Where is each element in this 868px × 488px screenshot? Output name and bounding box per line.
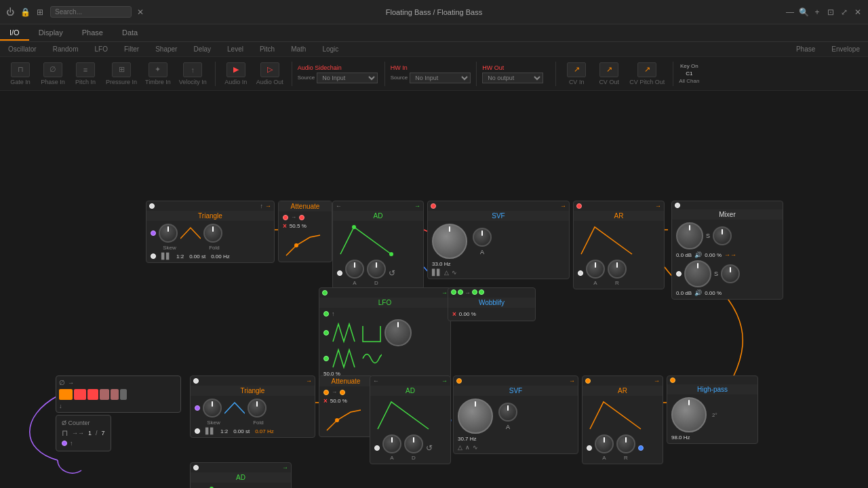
io-pitch-in[interactable]: ≡ Pitch In xyxy=(71,61,100,87)
close-window-icon[interactable]: ✕ xyxy=(853,7,863,17)
io-velocity-in[interactable]: ↑ Velocity In xyxy=(176,61,210,87)
io-timbre-in[interactable]: ✦ Timbre In xyxy=(142,61,174,87)
phi-counter-port1[interactable] xyxy=(62,441,67,446)
highpass-freq-knob[interactable] xyxy=(671,397,707,432)
ar2-blue-port[interactable] xyxy=(638,445,644,451)
subtab-shaper[interactable]: Shaper xyxy=(147,44,185,54)
ad1-loop-icon[interactable]: ↺ xyxy=(389,268,395,278)
att2-out-port[interactable] xyxy=(340,390,345,395)
lfo-port3[interactable] xyxy=(323,356,329,361)
triangle2-purple-port[interactable] xyxy=(195,405,200,411)
triangle2-skew-knob[interactable] xyxy=(203,399,222,418)
power-icon[interactable]: ⏻ xyxy=(5,7,15,17)
phi-block-gray[interactable] xyxy=(120,389,127,400)
expand-icon[interactable]: ⤢ xyxy=(840,7,849,17)
subtab-delay[interactable]: Delay xyxy=(185,44,219,54)
svf2-in-port[interactable] xyxy=(456,378,462,384)
subtab-envelope[interactable]: Phase xyxy=(788,44,823,54)
triangle1-skew-knob[interactable] xyxy=(159,224,178,243)
close-search-icon[interactable]: ✕ xyxy=(137,7,144,17)
minimize-icon[interactable]: — xyxy=(785,7,795,17)
wobblify-in1[interactable] xyxy=(451,289,456,295)
grid-icon[interactable]: ⊞ xyxy=(35,7,45,17)
search-toggle-icon[interactable]: 🔍 xyxy=(799,7,808,17)
ad3-in-port[interactable] xyxy=(193,465,199,470)
phi-block-red2[interactable] xyxy=(87,389,98,400)
mixer1-level2-knob[interactable] xyxy=(684,260,711,287)
search-input[interactable] xyxy=(50,6,132,18)
io-gate-in[interactable]: ⊓ Gate In xyxy=(5,61,35,87)
svf1-freq-knob[interactable] xyxy=(432,224,467,259)
subtab-lfo[interactable]: LFO xyxy=(87,44,116,54)
lock-icon[interactable]: 🔒 xyxy=(20,7,30,17)
tab-display[interactable]: Display xyxy=(29,26,73,41)
wobblify-out1[interactable] xyxy=(472,289,477,295)
mixer1-level1-knob[interactable] xyxy=(676,222,703,249)
io-cv-pitch-out[interactable]: ↗ CV Pitch Out xyxy=(627,61,667,87)
att1-handle[interactable] xyxy=(294,243,298,247)
phi-block-red1[interactable] xyxy=(74,389,86,400)
io-audio-out[interactable]: ▷ Audio Out xyxy=(254,61,286,87)
att2-in-port[interactable] xyxy=(323,390,329,395)
ar1-in-port[interactable] xyxy=(576,203,582,209)
lfo-port1[interactable] xyxy=(323,311,329,317)
ad2-decay-knob[interactable] xyxy=(404,434,423,453)
ar2-in-port[interactable] xyxy=(585,378,591,384)
ar2-white-port[interactable] xyxy=(587,445,592,451)
ad1-decay-knob[interactable] xyxy=(367,260,386,279)
highpass-in-port[interactable] xyxy=(670,378,675,383)
ar2-release-knob[interactable] xyxy=(616,434,635,453)
ad1-decay-handle[interactable] xyxy=(389,252,393,256)
svf1-res-knob[interactable] xyxy=(473,228,492,247)
tab-io[interactable]: I/O xyxy=(0,26,29,41)
triangle1-in-port[interactable] xyxy=(149,203,155,209)
subtab-random[interactable]: Random xyxy=(45,44,87,54)
tab-data[interactable]: Data xyxy=(113,26,147,41)
tab-phase[interactable]: Phase xyxy=(73,26,113,41)
wobblify-in2[interactable] xyxy=(458,289,463,295)
att1-out-port[interactable] xyxy=(299,215,304,220)
svf2-freq-knob[interactable] xyxy=(458,399,493,434)
ar1-white-port[interactable] xyxy=(578,270,583,276)
phi-block-brown1[interactable] xyxy=(100,389,109,400)
phi-block-brown2[interactable] xyxy=(111,389,119,400)
phi-block-orange[interactable] xyxy=(59,389,73,400)
lfo-port2[interactable] xyxy=(323,330,329,336)
io-audio-in[interactable]: ▶ Audio In xyxy=(221,61,251,87)
io-cv-out[interactable]: ↗ CV Out xyxy=(594,61,624,87)
ar1-release-knob[interactable] xyxy=(608,260,627,279)
mixer1-in-port[interactable] xyxy=(675,203,680,208)
ad1-white-port[interactable] xyxy=(337,270,342,276)
svf2-res-knob[interactable] xyxy=(498,403,517,422)
subtab-oscillator[interactable]: Oscillator xyxy=(0,44,45,54)
triangle2-in-port[interactable] xyxy=(193,378,199,384)
io-pressure-in[interactable]: ⊞ Pressure In xyxy=(103,61,140,87)
svf1-in-port[interactable] xyxy=(431,203,436,209)
lfo-in-port[interactable] xyxy=(322,290,328,296)
lfo-rate-knob[interactable] xyxy=(384,319,412,346)
ad2-attack-knob[interactable] xyxy=(382,434,401,453)
io-phase-in[interactable]: ∅ Phase In xyxy=(38,61,68,87)
subtab-pitch[interactable]: Pitch xyxy=(252,44,283,54)
subtab-level[interactable]: Level xyxy=(219,44,252,54)
att2-handle[interactable] xyxy=(335,418,339,422)
triangle2-white-port[interactable] xyxy=(195,428,200,434)
mixer1-pan2-knob[interactable] xyxy=(721,264,740,283)
ad2-white-port[interactable] xyxy=(374,445,380,451)
triangle2-fold-knob[interactable] xyxy=(248,399,267,418)
audio-sidechain-select[interactable]: No Input xyxy=(317,73,378,83)
ad2-loop-icon[interactable]: ↺ xyxy=(426,443,433,453)
triangle1-purple-port[interactable] xyxy=(151,230,156,236)
hw-out-select[interactable]: No output xyxy=(482,73,543,83)
triangle1-white-port[interactable] xyxy=(151,253,156,259)
ar1-attack-knob[interactable] xyxy=(586,260,605,279)
mixer1-in2-port[interactable] xyxy=(676,271,682,277)
window-icon[interactable]: ⊡ xyxy=(826,7,835,17)
wobblify-out2[interactable] xyxy=(479,289,484,295)
ad1-attack-handle[interactable] xyxy=(352,225,356,229)
subtab-logic[interactable]: Logic xyxy=(314,44,347,54)
add-icon[interactable]: + xyxy=(812,7,822,17)
ar2-attack-knob[interactable] xyxy=(595,434,614,453)
subtab-mix[interactable]: Envelope xyxy=(823,44,868,54)
subtab-filter[interactable]: Filter xyxy=(116,44,147,54)
